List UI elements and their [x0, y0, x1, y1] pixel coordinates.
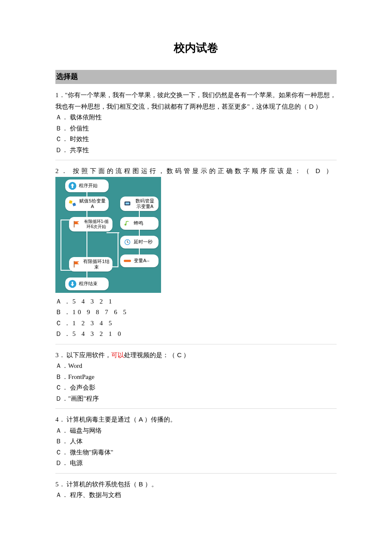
option-b: Ｂ．FrontPage — [55, 372, 337, 383]
question-4: 4． 计算机病毒主要是通过（ A ）传播的。 Ａ． 磁盘与网络 Ｂ． 人体 Ｃ．… — [55, 414, 337, 474]
end-icon — [68, 279, 77, 289]
question-text: 4． 计算机病毒主要是通过（ A ）传播的。 — [55, 414, 337, 425]
clock-icon — [123, 237, 132, 247]
svg-rect-2 — [72, 202, 76, 206]
option-d: Ｄ． 电源 — [55, 458, 337, 469]
question-5: 5． 计算机的软件系统包括（ B ）。 Ａ． 程序、数据与文档 — [55, 479, 337, 505]
answer-letter: B — [137, 480, 144, 488]
svg-rect-7 — [126, 202, 130, 205]
flow-node-start: 程序开始 — [65, 179, 109, 192]
svg-rect-3 — [74, 221, 75, 227]
option-b: Ｂ． 价值性 — [55, 123, 337, 134]
tools-icon — [68, 199, 77, 208]
question-text: 3． 以下应用软件，可以处理视频的是：（ C ） — [55, 350, 337, 361]
flowchart-diagram: 程序开始 赋值5给变量A 有限循环1-循环6次开始 — [55, 177, 161, 293]
section-heading: 选择题 — [55, 70, 337, 84]
option-b: Ｂ．10 9 8 7 6 5 — [55, 307, 337, 318]
option-a: Ａ．5 4 3 2 1 — [55, 296, 337, 307]
option-a: Ａ．Word — [55, 361, 337, 372]
flow-node-end: 程序结束 — [65, 278, 109, 290]
option-d: Ｄ． 共享性 — [55, 145, 337, 156]
question-text: 2． 按照下面的流程图运行，数码管显示的正确数字顺序应该是：（ D ） — [55, 165, 337, 177]
flow-node-loop-close: 有限循环1结束 — [69, 257, 112, 272]
option-b: Ｂ． 人体 — [55, 436, 337, 447]
flow-node-display: 数码管显示变量A — [120, 197, 159, 211]
option-d: Ｄ．5 4 3 2 1 0 — [55, 329, 337, 340]
option-a: Ａ． 载体依附性 — [55, 112, 337, 123]
option-c: Ｃ． 时效性 — [55, 134, 337, 145]
question-2: 2． 按照下面的流程图运行，数码管显示的正确数字顺序应该是：（ D ） 程序开始 — [55, 165, 337, 344]
flag-icon — [72, 260, 81, 269]
option-c: Ｃ． 会声会影 — [55, 382, 337, 393]
svg-rect-10 — [124, 260, 131, 262]
option-d: Ｄ．"画图"程序 — [55, 393, 337, 405]
flow-node-delay: 延时一秒 — [120, 236, 159, 249]
flow-node-buzz: 蜂鸣 — [120, 217, 159, 230]
option-c: Ｃ． 微生物"病毒体" — [55, 447, 337, 458]
exam-page: 校内试卷 选择题 1．"你有一个苹果，我有一个苹果，彼此交换一下，我们仍然是各有… — [0, 0, 392, 536]
question-text: 5． 计算机的软件系统包括（ B ）。 — [55, 479, 337, 490]
option-a: Ａ． 磁盘与网络 — [55, 425, 337, 436]
flow-node-assign: 赋值5给变量A — [65, 197, 109, 211]
answer-letter: C — [175, 351, 183, 358]
flow-node-decrement: 变量A-- — [120, 254, 159, 267]
option-c: Ｃ．1 2 3 4 5 — [55, 318, 337, 329]
question-1: 1．"你有一个苹果，我有一个苹果，彼此交换一下，我们仍然是各有一个苹果。如果你有… — [55, 90, 337, 160]
question-text: 1．"你有一个苹果，我有一个苹果，彼此交换一下，我们仍然是各有一个苹果。如果你有… — [55, 90, 337, 112]
svg-rect-1 — [69, 200, 72, 203]
answer-letter: A — [137, 416, 144, 423]
page-title: 校内试卷 — [55, 38, 337, 57]
highlighted-text: 可以 — [111, 352, 124, 358]
flow-node-loop-open: 有限循环1-循环6次开始 — [69, 217, 112, 231]
svg-rect-4 — [74, 261, 75, 267]
option-a: Ａ． 程序、数据与文档 — [55, 490, 337, 501]
minus-icon — [123, 256, 132, 266]
flag-icon — [72, 220, 81, 229]
start-icon — [68, 181, 77, 191]
answer-letter: D — [311, 167, 326, 174]
note-icon — [123, 219, 132, 228]
question-3: 3． 以下应用软件，可以处理视频的是：（ C ） Ａ．Word Ｂ．FrontP… — [55, 350, 337, 409]
display-icon — [123, 199, 132, 208]
answer-letter: D — [307, 103, 315, 110]
